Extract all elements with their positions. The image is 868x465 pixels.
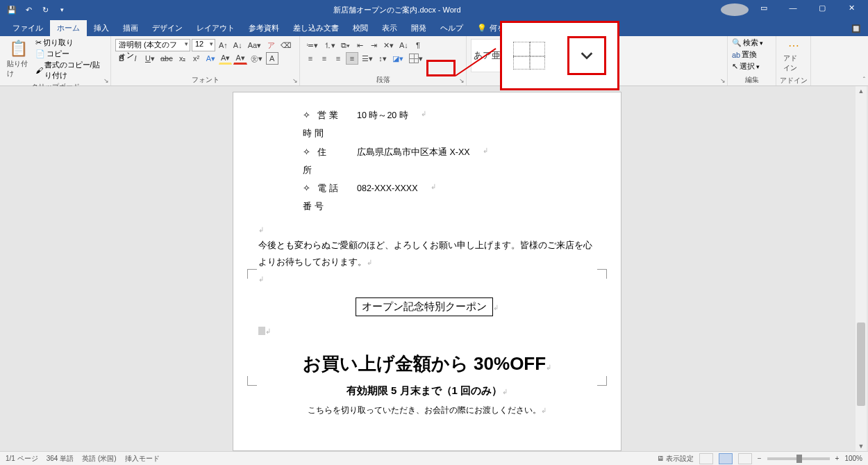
zoom-slider[interactable] (767, 457, 830, 460)
clipboard-launcher-icon[interactable]: ↘ (103, 77, 109, 84)
tab-review[interactable]: 校閲 (346, 20, 375, 36)
tab-developer[interactable]: 開発 (404, 20, 433, 36)
grow-font-button[interactable]: A↑ (217, 39, 230, 51)
view-web-button[interactable] (738, 453, 752, 464)
font-name-select[interactable]: 游明朝 (本文のフォン (115, 39, 190, 51)
asian-layout-button[interactable]: ✕▾ (381, 39, 396, 51)
clear-format-button[interactable]: ⌫ (278, 39, 294, 51)
distribute-button[interactable]: ☰▾ (360, 52, 375, 65)
tab-file[interactable]: ファイル (6, 20, 50, 36)
replace-icon: ab (732, 51, 740, 59)
undo-icon[interactable]: ↶ (22, 3, 35, 16)
hours-value: 10 時～20 時 (357, 106, 408, 143)
scroll-down-icon[interactable]: ▼ (856, 443, 867, 450)
find-button[interactable]: 🔍検索▾ (732, 38, 763, 48)
phone-value: 082-XXX-XXXX (357, 179, 418, 216)
phonetic-guide-button[interactable]: ア (265, 39, 277, 51)
tab-mailings[interactable]: 差し込み文書 (286, 20, 346, 36)
shading-button[interactable]: ◪▾ (390, 52, 406, 65)
zoom-in-button[interactable]: + (835, 455, 840, 462)
copy-button[interactable]: 📄コピー (35, 49, 106, 59)
ribbon-tabs: ファイル ホーム 挿入 描画 デザイン レイアウト 参考資料 差し込み文書 校閲… (0, 19, 868, 36)
save-icon[interactable]: 💾 (6, 3, 18, 16)
paste-button[interactable]: 📋 貼り付け (4, 38, 33, 80)
addins-button[interactable]: ⋯アドイン (781, 38, 806, 74)
select-button[interactable]: ↖選択▾ (732, 61, 760, 72)
highlight-button[interactable]: A▾ (219, 52, 232, 65)
document-title: 新店舗オープンのご案内.docx - Word (74, 5, 721, 15)
char-border-button[interactable]: A (266, 52, 278, 65)
tab-help[interactable]: ヘルプ (433, 20, 470, 36)
tab-references[interactable]: 参考資料 (242, 20, 286, 36)
subscript-button[interactable]: x₂ (176, 52, 189, 65)
scroll-up-icon[interactable]: ▲ (856, 88, 867, 95)
enclose-char-button[interactable]: ㊛▾ (249, 52, 265, 65)
cut-button[interactable]: ✂切り取り (35, 38, 106, 48)
text-effects-button[interactable]: A▾ (204, 52, 217, 65)
justify-button[interactable]: ≡ (346, 52, 358, 65)
replace-button[interactable]: ab置換 (732, 49, 757, 60)
align-left-button[interactable]: ≡ (304, 52, 317, 65)
font-launcher-icon[interactable]: ↘ (292, 77, 298, 84)
tab-home[interactable]: ホーム (50, 20, 87, 36)
zoom-knob[interactable] (796, 455, 802, 463)
qa-customize-icon[interactable]: ▾ (56, 3, 68, 16)
zoom-out-button[interactable]: − (758, 455, 762, 462)
return-mark: ↲ (421, 106, 426, 143)
maximize-button[interactable]: ▢ (808, 3, 836, 16)
paragraph-launcher-icon[interactable]: ↘ (459, 77, 465, 84)
sort-button[interactable]: A↓ (397, 39, 410, 51)
crop-mark (247, 376, 257, 386)
status-words[interactable]: 364 単語 (47, 454, 74, 464)
show-marks-button[interactable]: ¶ (412, 39, 424, 51)
phone-label: 電話番号 (303, 179, 344, 216)
text-cursor (258, 327, 265, 335)
display-settings-button[interactable]: 🖥 表示設定 (657, 454, 694, 464)
minimize-button[interactable]: — (779, 3, 807, 16)
tab-design[interactable]: デザイン (145, 20, 190, 36)
view-print-button[interactable] (719, 453, 733, 464)
tab-draw[interactable]: 描画 (116, 20, 145, 36)
account-avatar-icon[interactable] (721, 3, 749, 16)
styles-launcher-icon[interactable]: ↘ (720, 77, 726, 84)
hours-label: 営業時間 (303, 106, 344, 143)
tab-insert[interactable]: 挿入 (87, 20, 116, 36)
increase-indent-button[interactable]: ⇥ (367, 39, 380, 51)
change-case-button[interactable]: Aa▾ (246, 39, 263, 51)
tab-view[interactable]: 表示 (375, 20, 404, 36)
borders-button[interactable]: ▾ (407, 52, 425, 65)
underline-button[interactable]: U▾ (143, 52, 157, 65)
page[interactable]: 営業時間10 時～20 時↲ 住 所広島県広島市中区本通 X-XX↲ 電話番号0… (233, 92, 621, 451)
crop-mark (597, 269, 607, 279)
style-normal[interactable]: あア亜 (471, 39, 503, 72)
collapse-ribbon-icon[interactable]: ˆ (863, 76, 865, 84)
decrease-indent-button[interactable]: ⇤ (353, 39, 366, 51)
status-mode[interactable]: 挿入モード (125, 454, 160, 464)
select-label: 選択 (740, 61, 755, 72)
tab-layout[interactable]: レイアウト (190, 20, 242, 36)
line-spacing-button[interactable]: ↕▾ (376, 52, 389, 65)
shrink-font-button[interactable]: A↓ (231, 39, 244, 51)
vertical-scrollbar[interactable]: ▲ ▼ (856, 86, 867, 451)
group-addins-label: アドイン (776, 76, 810, 86)
multilevel-button[interactable]: ⧉▾ (339, 39, 352, 51)
copy-icon: 📄 (35, 49, 45, 58)
align-center-button[interactable]: ≡ (318, 52, 331, 65)
view-read-button[interactable] (699, 453, 713, 464)
ribbon-display-icon[interactable]: ▭ (750, 3, 778, 16)
superscript-button[interactable]: x² (190, 52, 203, 65)
format-painter-button[interactable]: 🖌書式のコピー/貼り付け (35, 60, 106, 81)
status-language[interactable]: 英語 (米国) (82, 454, 116, 464)
strikethrough-button[interactable]: abc (158, 52, 175, 65)
status-page[interactable]: 1/1 ページ (6, 454, 38, 464)
font-size-select[interactable]: 12 (192, 39, 215, 51)
close-button[interactable]: ✕ (837, 3, 865, 16)
align-right-button[interactable]: ≡ (332, 52, 344, 65)
bullets-button[interactable]: ≔▾ (304, 39, 320, 51)
zoom-level[interactable]: 100% (844, 455, 862, 462)
font-color-button[interactable]: A▾ (233, 52, 247, 65)
scrollbar-thumb[interactable] (857, 323, 865, 406)
share-icon[interactable]: 🔲 (851, 24, 861, 33)
numbering-button[interactable]: ⒈▾ (322, 39, 337, 51)
redo-icon[interactable]: ↻ (39, 3, 51, 16)
